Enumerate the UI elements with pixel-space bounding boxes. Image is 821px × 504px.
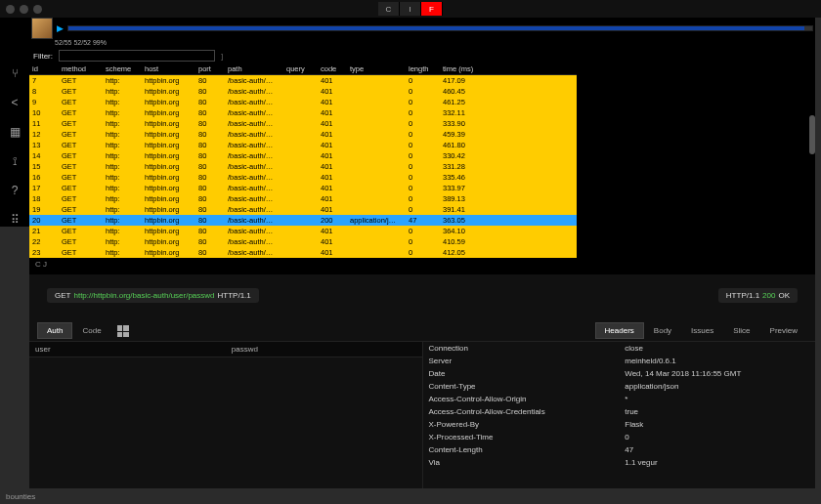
play-icon[interactable]: ▶ bbox=[57, 23, 64, 33]
close-dot[interactable] bbox=[6, 5, 15, 14]
top-button-c[interactable]: C bbox=[378, 2, 400, 16]
cell-code: 401 bbox=[318, 97, 347, 107]
col-port[interactable]: port bbox=[195, 63, 225, 74]
table-row[interactable]: 22GEThttp:httpbin.org80/basic-auth/…4010… bbox=[29, 236, 577, 247]
table-row[interactable]: 8GEThttp:httpbin.org80/basic-auth/…40104… bbox=[29, 86, 577, 97]
table-row[interactable]: 10GEThttp:httpbin.org80/basic-auth/…4010… bbox=[29, 107, 577, 118]
cell-method: GET bbox=[59, 161, 103, 172]
col-path[interactable]: path bbox=[225, 63, 283, 74]
table-row[interactable]: 18GEThttp:httpbin.org80/basic-auth/…4010… bbox=[29, 193, 577, 204]
tab-code[interactable]: Code bbox=[72, 322, 110, 339]
cell-scheme: http: bbox=[103, 204, 142, 215]
cell-length: 0 bbox=[406, 247, 440, 258]
tab-issues[interactable]: Issues bbox=[681, 322, 723, 339]
col-time (ms)[interactable]: time (ms) bbox=[440, 63, 489, 74]
cell-code: 401 bbox=[318, 193, 347, 204]
cell-type: application/j… bbox=[347, 215, 406, 226]
progress-bar[interactable] bbox=[67, 25, 813, 31]
table-row[interactable]: 11GEThttp:httpbin.org80/basic-auth/…4010… bbox=[29, 118, 577, 129]
cell-query bbox=[283, 75, 318, 86]
cell-path: /basic-auth/… bbox=[225, 97, 283, 107]
filter-input[interactable] bbox=[59, 50, 215, 62]
col-id[interactable]: id bbox=[29, 63, 59, 74]
cell-length: 0 bbox=[406, 118, 440, 129]
table-row[interactable]: 20GEThttp:httpbin.org80/basic-auth/…200a… bbox=[29, 215, 577, 226]
cell-time: 391.41 bbox=[440, 204, 489, 215]
cell-query bbox=[283, 193, 318, 204]
zoom-dot[interactable] bbox=[33, 5, 42, 14]
cell-length: 0 bbox=[406, 236, 440, 247]
cell-query bbox=[283, 247, 318, 258]
apps-icon[interactable]: ⠿ bbox=[8, 213, 22, 227]
table-row[interactable]: 15GEThttp:httpbin.org80/basic-auth/…4010… bbox=[29, 161, 577, 172]
grid-icon[interactable]: ▦ bbox=[8, 125, 22, 139]
cell-path: /basic-auth/… bbox=[225, 118, 283, 129]
cell-type bbox=[347, 75, 406, 86]
tab-slice[interactable]: Slice bbox=[723, 322, 759, 339]
scrollbar[interactable] bbox=[809, 115, 815, 154]
avatar[interactable] bbox=[31, 18, 53, 39]
tab-preview[interactable]: Preview bbox=[760, 322, 807, 339]
col-code[interactable]: code bbox=[318, 63, 347, 74]
table-row[interactable]: 21GEThttp:httpbin.org80/basic-auth/…4010… bbox=[29, 226, 577, 236]
branch-icon[interactable]: ⑂ bbox=[8, 66, 22, 80]
cell-scheme: http: bbox=[103, 75, 142, 86]
cell-type bbox=[347, 107, 406, 118]
table-row[interactable]: 12GEThttp:httpbin.org80/basic-auth/…4010… bbox=[29, 129, 577, 140]
cell-host: httpbin.org bbox=[142, 129, 195, 140]
minimize-dot[interactable] bbox=[20, 5, 28, 14]
tab-headers[interactable]: Headers bbox=[595, 322, 644, 339]
cell-length: 0 bbox=[406, 161, 440, 172]
cell-method: GET bbox=[59, 118, 103, 129]
header-key: Access-Control-Allow-Origin bbox=[423, 393, 620, 405]
col-length[interactable]: length bbox=[406, 63, 440, 74]
cell-code: 401 bbox=[318, 118, 347, 129]
table-row[interactable]: 16GEThttp:httpbin.org80/basic-auth/…4010… bbox=[29, 172, 577, 183]
share-icon[interactable]: < bbox=[8, 96, 22, 109]
cell-scheme: http: bbox=[103, 129, 142, 140]
tab-auth[interactable]: Auth bbox=[37, 322, 72, 339]
cell-time: 459.39 bbox=[440, 129, 489, 140]
cell-port: 80 bbox=[195, 118, 225, 129]
grid-view-icon[interactable] bbox=[117, 325, 129, 337]
cell-time: 364.10 bbox=[440, 226, 489, 236]
header-key: Via bbox=[423, 456, 620, 469]
col-method[interactable]: method bbox=[59, 63, 103, 74]
filter-end-bracket: ] bbox=[221, 52, 227, 61]
cell-type bbox=[347, 226, 406, 236]
col-query[interactable]: query bbox=[283, 63, 318, 74]
top-button-i[interactable]: I bbox=[400, 2, 421, 16]
cell-path: /basic-auth/… bbox=[225, 75, 283, 86]
header-value: application/json bbox=[619, 380, 815, 393]
top-button-f[interactable]: F bbox=[421, 2, 443, 16]
request-pill: GET http://httpbin.org/basic-auth/user/p… bbox=[47, 288, 259, 303]
header-value: true bbox=[619, 405, 815, 418]
col-scheme[interactable]: scheme bbox=[103, 63, 142, 74]
col-host[interactable]: host bbox=[142, 63, 195, 74]
ruler-icon[interactable]: ⟟ bbox=[8, 154, 22, 168]
cell-port: 80 bbox=[195, 107, 225, 118]
cell-path: /basic-auth/… bbox=[225, 183, 283, 193]
help-icon[interactable]: ? bbox=[8, 184, 22, 197]
header-key: Connection bbox=[423, 342, 620, 355]
table-row[interactable]: 19GEThttp:httpbin.org80/basic-auth/…4010… bbox=[29, 204, 577, 215]
table-row[interactable]: 13GEThttp:httpbin.org80/basic-auth/…4010… bbox=[29, 140, 577, 150]
cell-query bbox=[283, 118, 318, 129]
titlebar: C I F bbox=[0, 0, 821, 18]
tab-body[interactable]: Body bbox=[644, 322, 681, 339]
header-key: X-Powered-By bbox=[423, 418, 620, 431]
table-row[interactable]: 14GEThttp:httpbin.org80/basic-auth/…4010… bbox=[29, 150, 577, 161]
table-row[interactable]: 17GEThttp:httpbin.org80/basic-auth/…4010… bbox=[29, 183, 577, 193]
table-row[interactable]: 7GEThttp:httpbin.org80/basic-auth/…40104… bbox=[29, 75, 577, 86]
table-row[interactable]: 9GEThttp:httpbin.org80/basic-auth/…40104… bbox=[29, 97, 577, 107]
cell-port: 80 bbox=[195, 226, 225, 236]
table-header[interactable]: idmethodschemehostportpathquerycodetypel… bbox=[29, 63, 577, 75]
cell-time: 410.59 bbox=[440, 236, 489, 247]
table-row[interactable]: 23GEThttp:httpbin.org80/basic-auth/…4010… bbox=[29, 247, 577, 258]
filter-label: Filter: bbox=[33, 52, 53, 61]
cell-id: 11 bbox=[29, 118, 59, 129]
auth-header-row: user passwd bbox=[29, 342, 422, 357]
cell-query bbox=[283, 226, 318, 236]
col-type[interactable]: type bbox=[347, 63, 406, 74]
cell-port: 80 bbox=[195, 193, 225, 204]
